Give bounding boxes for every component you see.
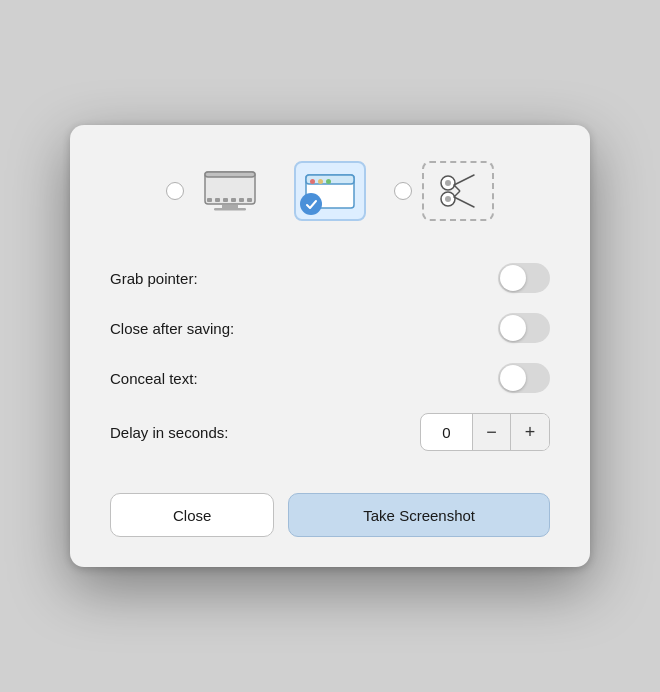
close-after-saving-row: Close after saving: bbox=[110, 303, 550, 353]
svg-rect-15 bbox=[326, 179, 331, 184]
grab-pointer-toggle[interactable] bbox=[498, 263, 550, 293]
selection-mode-icon-box[interactable] bbox=[422, 161, 494, 221]
svg-rect-3 bbox=[214, 208, 246, 211]
window-icon-wrapper bbox=[304, 171, 356, 211]
svg-line-20 bbox=[454, 175, 474, 185]
selection-radio[interactable] bbox=[394, 182, 412, 200]
close-after-saving-knob bbox=[500, 315, 526, 341]
conceal-text-label: Conceal text: bbox=[110, 370, 198, 387]
screen-mode-option[interactable] bbox=[166, 161, 266, 221]
screenshot-dialog: Grab pointer: Close after saving: Concea… bbox=[70, 125, 590, 567]
svg-rect-13 bbox=[310, 179, 315, 184]
grab-pointer-label: Grab pointer: bbox=[110, 270, 198, 287]
svg-rect-14 bbox=[318, 179, 323, 184]
take-screenshot-button[interactable]: Take Screenshot bbox=[288, 493, 550, 537]
svg-point-17 bbox=[445, 196, 451, 202]
delay-increment-button[interactable]: + bbox=[511, 414, 549, 450]
svg-rect-10 bbox=[247, 198, 252, 202]
selection-mode-option[interactable] bbox=[394, 161, 494, 221]
svg-rect-9 bbox=[239, 198, 244, 202]
screen-radio[interactable] bbox=[166, 182, 184, 200]
conceal-text-toggle[interactable] bbox=[498, 363, 550, 393]
svg-line-22 bbox=[454, 185, 460, 191]
svg-rect-6 bbox=[215, 198, 220, 202]
close-button[interactable]: Close bbox=[110, 493, 274, 537]
svg-point-19 bbox=[445, 180, 451, 186]
window-mode-option[interactable] bbox=[294, 161, 366, 221]
delay-row: Delay in seconds: 0 − + bbox=[110, 403, 550, 461]
delay-label: Delay in seconds: bbox=[110, 424, 228, 441]
delay-decrement-button[interactable]: − bbox=[473, 414, 511, 450]
svg-line-21 bbox=[454, 197, 474, 207]
conceal-text-row: Conceal text: bbox=[110, 353, 550, 403]
grab-pointer-row: Grab pointer: bbox=[110, 253, 550, 303]
selected-checkmark bbox=[300, 193, 322, 215]
screen-icon bbox=[204, 171, 256, 211]
svg-rect-8 bbox=[231, 198, 236, 202]
close-after-saving-toggle[interactable] bbox=[498, 313, 550, 343]
screen-mode-icon-box[interactable] bbox=[194, 161, 266, 221]
mode-selector bbox=[110, 161, 550, 221]
svg-rect-7 bbox=[223, 198, 228, 202]
delay-value: 0 bbox=[421, 414, 473, 450]
delay-controls: 0 − + bbox=[420, 413, 550, 451]
svg-rect-5 bbox=[207, 198, 212, 202]
svg-rect-1 bbox=[205, 172, 255, 177]
close-after-saving-label: Close after saving: bbox=[110, 320, 234, 337]
settings-section: Grab pointer: Close after saving: Concea… bbox=[110, 253, 550, 461]
svg-line-23 bbox=[454, 191, 460, 197]
window-mode-icon-box[interactable] bbox=[294, 161, 366, 221]
action-buttons: Close Take Screenshot bbox=[110, 493, 550, 537]
scissors-icon bbox=[438, 171, 478, 211]
grab-pointer-knob bbox=[500, 265, 526, 291]
conceal-text-knob bbox=[500, 365, 526, 391]
